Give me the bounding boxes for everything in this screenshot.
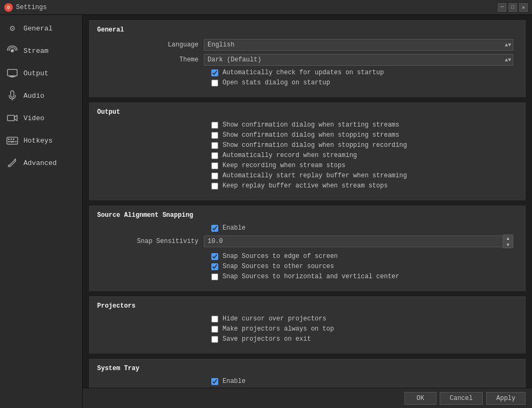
open-stats-label[interactable]: Open stats dialog on startup: [223, 79, 330, 87]
tray-enable-row: Enable: [97, 378, 518, 385]
auto-update-label[interactable]: Automatically check for updates on start…: [223, 69, 384, 76]
always-on-top-label[interactable]: Make projectors always on top: [223, 325, 334, 333]
keep-recording-label[interactable]: Keep recording when stream stops: [223, 162, 345, 169]
output-section: Output Show confirmation dialog when sta…: [89, 103, 526, 200]
snap-sources-checkbox[interactable]: [211, 263, 218, 270]
snap-sensitivity-down[interactable]: ▼: [503, 241, 513, 248]
snapping-section-title: Source Alignment Snapping: [97, 211, 518, 219]
apply-button[interactable]: Apply: [486, 392, 526, 405]
snap-sensitivity-row: Snap Sensitivity ▲ ▼: [97, 234, 518, 248]
svg-rect-12: [15, 141, 17, 143]
wrench-icon: [6, 157, 18, 169]
confirm-stop-rec-label[interactable]: Show confirmation dialog when stopping r…: [223, 142, 407, 149]
tray-enable-label[interactable]: Enable: [223, 378, 245, 385]
maximize-button[interactable]: □: [509, 3, 517, 12]
projectors-section: Projectors Hide cursor over projectors M…: [89, 296, 526, 354]
keep-replay-row: Keep replay buffer active when stream st…: [97, 182, 518, 190]
always-on-top-checkbox[interactable]: [211, 326, 218, 333]
snap-sensitivity-spinbox: ▲ ▼: [204, 234, 513, 248]
snap-sources-label[interactable]: Snap Sources to other sources: [223, 263, 334, 270]
keep-replay-label[interactable]: Keep replay buffer active when stream st…: [223, 182, 388, 190]
sidebar-label-output: Output: [23, 69, 49, 77]
theme-row: Theme Dark (Default) Light System Defaul…: [97, 54, 518, 66]
confirm-stop-rec-row: Show confirmation dialog when stopping r…: [97, 142, 518, 149]
ok-button[interactable]: OK: [404, 392, 436, 405]
snap-enable-checkbox[interactable]: [211, 225, 218, 232]
keep-replay-checkbox[interactable]: [211, 183, 218, 190]
video-icon: [6, 112, 18, 124]
sidebar-item-advanced[interactable]: Advanced: [0, 152, 82, 174]
sidebar-item-output[interactable]: Output: [0, 62, 82, 84]
window-title: Settings: [16, 4, 47, 11]
audio-icon: [6, 90, 18, 101]
output-icon: [6, 67, 18, 79]
window-controls: ─ □ ✕: [498, 3, 528, 12]
sidebar-item-hotkeys[interactable]: Hotkeys: [0, 129, 82, 152]
snap-sensitivity-input[interactable]: [204, 236, 503, 247]
confirm-start-checkbox[interactable]: [211, 122, 218, 129]
output-section-title: Output: [97, 108, 518, 116]
snap-edge-label[interactable]: Snap Sources to edge of screen: [223, 253, 338, 260]
svg-rect-8: [11, 138, 12, 140]
language-select-wrapper: English French German Spanish ▲▼: [204, 39, 513, 51]
auto-update-checkbox[interactable]: [211, 69, 218, 76]
theme-select[interactable]: Dark (Default) Light System Default: [204, 54, 513, 66]
sidebar-label-stream: Stream: [23, 47, 49, 55]
confirm-start-label[interactable]: Show confirmation dialog when starting s…: [223, 121, 399, 129]
snap-enable-row: Enable: [97, 224, 518, 232]
snap-center-label[interactable]: Snap Sources to horizontal and vertical …: [223, 273, 399, 280]
hide-cursor-row: Hide cursor over projectors: [97, 315, 518, 323]
svg-rect-6: [7, 137, 18, 144]
sidebar-item-audio[interactable]: Audio: [0, 84, 82, 107]
snap-edge-row: Snap Sources to edge of screen: [97, 253, 518, 260]
sidebar-label-hotkeys: Hotkeys: [23, 137, 53, 145]
close-button[interactable]: ✕: [519, 3, 528, 12]
hide-cursor-checkbox[interactable]: [211, 316, 218, 323]
theme-select-wrapper: Dark (Default) Light System Default ▲▼: [204, 54, 513, 66]
svg-rect-5: [7, 115, 14, 121]
cancel-button[interactable]: Cancel: [440, 392, 483, 405]
minimize-button[interactable]: ─: [498, 3, 506, 12]
keyboard-icon: [6, 135, 18, 146]
confirm-stop-stream-label[interactable]: Show confirmation dialog when stopping s…: [223, 131, 399, 139]
save-on-exit-checkbox[interactable]: [211, 336, 218, 343]
save-on-exit-label[interactable]: Save projectors on exit: [223, 335, 311, 343]
open-stats-checkbox[interactable]: [211, 80, 218, 87]
auto-record-checkbox[interactable]: [211, 152, 218, 159]
confirm-stop-rec-checkbox[interactable]: [211, 142, 218, 149]
snap-sensitivity-label: Snap Sensitivity: [97, 238, 204, 245]
sidebar-label-advanced: Advanced: [23, 159, 57, 167]
auto-replay-row: Automatically start replay buffer when s…: [97, 172, 518, 179]
svg-point-0: [11, 49, 14, 52]
svg-rect-10: [8, 141, 10, 143]
sidebar-item-stream[interactable]: Stream: [0, 40, 82, 62]
auto-record-row: Automatically record when streaming: [97, 152, 518, 159]
sidebar-item-video[interactable]: Video: [0, 107, 82, 129]
language-select[interactable]: English French German Spanish: [204, 39, 513, 51]
snap-enable-label[interactable]: Enable: [223, 224, 245, 232]
sidebar-label-audio: Audio: [23, 92, 44, 100]
auto-record-label[interactable]: Automatically record when streaming: [223, 152, 357, 159]
snap-sources-row: Snap Sources to other sources: [97, 263, 518, 270]
sidebar-label-video: Video: [23, 114, 44, 122]
always-on-top-row: Make projectors always on top: [97, 325, 518, 333]
language-control: English French German Spanish ▲▼: [204, 39, 513, 51]
snap-sensitivity-control: ▲ ▼: [204, 234, 513, 248]
general-section-title: General: [97, 26, 518, 34]
language-row: Language English French German Spanish ▲…: [97, 39, 518, 51]
confirm-stop-stream-checkbox[interactable]: [211, 132, 218, 139]
stream-icon: [6, 45, 18, 57]
hide-cursor-label[interactable]: Hide cursor over projectors: [223, 315, 326, 323]
snap-edge-checkbox[interactable]: [211, 253, 218, 260]
auto-replay-checkbox[interactable]: [211, 172, 218, 179]
snap-sensitivity-up[interactable]: ▲: [503, 235, 513, 241]
auto-update-row: Automatically check for updates on start…: [97, 69, 518, 76]
save-on-exit-row: Save projectors on exit: [97, 335, 518, 343]
sidebar-item-general[interactable]: ⚙ General: [0, 17, 82, 40]
auto-replay-label[interactable]: Automatically start replay buffer when s…: [223, 172, 407, 179]
confirm-stop-stream-row: Show confirmation dialog when stopping s…: [97, 131, 518, 139]
svg-rect-7: [8, 138, 10, 140]
snap-center-checkbox[interactable]: [211, 273, 218, 280]
tray-enable-checkbox[interactable]: [211, 378, 218, 385]
keep-recording-checkbox[interactable]: [211, 162, 218, 169]
